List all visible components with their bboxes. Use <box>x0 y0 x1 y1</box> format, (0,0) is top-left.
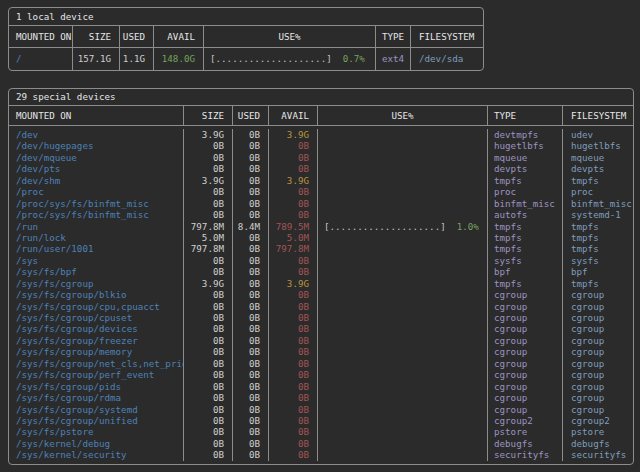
type-cell: pstore <box>488 426 563 437</box>
special-devices-table: 29 special devices MOUNTED ONSIZEUSEDAVA… <box>8 88 634 465</box>
avail-cell: 0B <box>269 163 318 174</box>
type-cell: tmpfs <box>488 175 563 186</box>
size-cell: 0B <box>184 255 233 266</box>
column-header-type: TYPE <box>376 26 411 47</box>
type-cell: tmpfs <box>488 221 563 232</box>
usage-percent: 1.0% <box>446 221 479 232</box>
size-cell: 0B <box>184 415 233 426</box>
type-cell: binfmt_misc <box>488 198 563 209</box>
filesystem-cell: tmpfs <box>563 232 633 243</box>
used-cell: 0B <box>233 426 269 437</box>
used-cell: 0B <box>233 438 269 449</box>
usage-bar: [....................] <box>324 221 446 232</box>
type-cell: cgroup <box>488 369 563 380</box>
used-cell: 0B <box>233 312 269 323</box>
size-cell: 0B <box>184 140 233 151</box>
mount-point-cell: /dev/shm <box>9 175 184 186</box>
mount-point-cell: /sys/fs/cgroup/cpuset <box>9 312 184 323</box>
filesystem-cell: debugfs <box>563 438 633 449</box>
type-cell: proc <box>488 186 563 197</box>
use-percent-cell <box>318 392 488 403</box>
mount-point-cell: /dev/hugepages <box>9 140 184 151</box>
use-percent-cell <box>318 278 488 289</box>
type-cell: cgroup <box>488 289 563 300</box>
column-header-mounted-on: MOUNTED ON <box>9 106 184 125</box>
filesystem-row: /run/user/1001797.8M0B797.8Mtmpfstmpfs <box>9 243 633 254</box>
mount-point-cell: /sys/kernel/debug <box>9 438 184 449</box>
use-percent-cell <box>318 289 488 300</box>
used-cell: 0B <box>233 186 269 197</box>
filesystem-row: /sys/fs/cgroup3.9G0B3.9Gtmpfstmpfs <box>9 278 633 289</box>
filesystem-row: /sys/fs/cgroup/unified0B0B0Bcgroup2cgrou… <box>9 415 633 426</box>
use-percent-cell <box>318 232 488 243</box>
filesystem-cell: cgroup <box>563 358 633 369</box>
filesystem-row: /sys/fs/bpf0B0B0Bbpfbpf <box>9 266 633 277</box>
used-cell: 0B <box>233 335 269 346</box>
column-header-avail: AVAIL <box>154 26 204 47</box>
use-percent-cell <box>318 335 488 346</box>
avail-cell: 3.9G <box>269 278 318 289</box>
size-cell: 3.9G <box>184 278 233 289</box>
use-percent-cell <box>318 243 488 254</box>
local-devices-table: 1 local device MOUNTED ONSIZEUSEDAVAILUS… <box>8 7 484 71</box>
mount-point-cell: /dev/pts <box>9 163 184 174</box>
used-cell: 0B <box>233 266 269 277</box>
filesystem-cell: bpf <box>563 266 633 277</box>
used-cell: 0B <box>233 129 269 140</box>
avail-cell: 0B <box>269 415 318 426</box>
used-cell: 0B <box>233 209 269 220</box>
used-cell: 0B <box>233 392 269 403</box>
filesystem-row: /dev3.9G0B3.9Gdevtmpfsudev <box>9 129 633 140</box>
filesystem-cell: sysfs <box>563 255 633 266</box>
filesystem-row: /sys/fs/cgroup/perf_event0B0B0Bcgroupcgr… <box>9 369 633 380</box>
mount-point-cell: /sys/fs/cgroup/memory <box>9 346 184 357</box>
filesystem-cell: systemd-1 <box>563 209 633 220</box>
filesystem-cell: cgroup <box>563 301 633 312</box>
mount-point-cell: /run <box>9 221 184 232</box>
size-cell: 0B <box>184 369 233 380</box>
filesystem-cell: udev <box>563 129 633 140</box>
avail-cell: 0B <box>269 312 318 323</box>
usage-percent: 0.7% <box>332 53 365 64</box>
avail-cell: 0B <box>269 449 318 460</box>
size-cell: 0B <box>184 335 233 346</box>
avail-cell: 0B <box>269 381 318 392</box>
use-percent-cell <box>318 346 488 357</box>
type-cell: securityfs <box>488 449 563 460</box>
use-percent-cell <box>318 369 488 380</box>
filesystem-cell: hugetlbfs <box>563 140 633 151</box>
avail-cell: 0B <box>269 198 318 209</box>
filesystem-cell: securityfs <box>563 449 633 460</box>
size-cell: 0B <box>184 449 233 460</box>
use-percent-cell <box>318 358 488 369</box>
avail-cell: 0B <box>269 323 318 334</box>
size-cell: 0B <box>184 301 233 312</box>
mount-point-cell: /sys/fs/cgroup/pids <box>9 381 184 392</box>
size-cell: 0B <box>184 392 233 403</box>
type-cell: tmpfs <box>488 278 563 289</box>
mount-point-cell: /sys/fs/cgroup/rdma <box>9 392 184 403</box>
filesystem-cell: cgroup <box>563 381 633 392</box>
type-cell: tmpfs <box>488 243 563 254</box>
used-cell: 0B <box>233 381 269 392</box>
used-cell: 0B <box>233 449 269 460</box>
avail-cell: 0B <box>269 404 318 415</box>
type-cell: ext4 <box>376 48 411 70</box>
filesystem-row: /run/lock5.0M0B5.0Mtmpfstmpfs <box>9 232 633 243</box>
type-cell: cgroup <box>488 346 563 357</box>
avail-cell: 3.9G <box>269 175 318 186</box>
type-cell: autofs <box>488 209 563 220</box>
filesystem-row: /proc/sys/fs/binfmt_misc0B0B0Bautofssyst… <box>9 209 633 220</box>
filesystem-row: /sys/fs/cgroup/freezer0B0B0Bcgroupcgroup <box>9 335 633 346</box>
used-cell: 0B <box>233 301 269 312</box>
type-cell: cgroup <box>488 301 563 312</box>
type-cell: bpf <box>488 266 563 277</box>
special-devices-rows: /dev3.9G0B3.9Gdevtmpfsudev/dev/hugepages… <box>9 126 633 464</box>
mount-point-cell: /run/lock <box>9 232 184 243</box>
mount-point-cell: /proc/sys/fs/binfmt_misc <box>9 209 184 220</box>
avail-cell: 0B <box>269 438 318 449</box>
usage-bar: [....................] <box>210 53 332 64</box>
used-cell: 0B <box>233 243 269 254</box>
filesystem-row: /dev/pts0B0B0Bdevptsdevpts <box>9 163 633 174</box>
filesystem-row: /sys/fs/cgroup/rdma0B0B0Bcgroupcgroup <box>9 392 633 403</box>
